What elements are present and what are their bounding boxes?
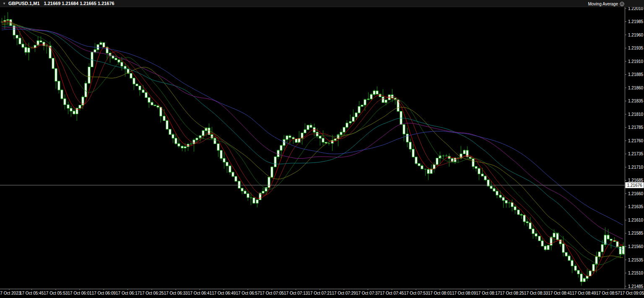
candle <box>88 63 90 84</box>
candle-body <box>151 102 153 105</box>
candle <box>271 167 273 178</box>
candle <box>256 200 258 207</box>
candle-body <box>517 210 519 214</box>
price-axis[interactable]: 1.220101.219851.219601.219351.219101.218… <box>625 6 644 289</box>
chart-area[interactable]: 1.220101.219851.219601.219351.219101.218… <box>0 0 644 298</box>
time-axis-label: 17 Oct 08:25 <box>500 291 525 295</box>
candle-body <box>304 130 306 133</box>
time-axis-label: 17 Oct 08:17 <box>476 291 500 295</box>
candle-body <box>349 121 351 123</box>
time-axis-label: 17 Oct 07:29 <box>332 291 356 295</box>
candle <box>253 198 255 204</box>
candle-body <box>154 105 156 106</box>
candle-body <box>103 43 105 47</box>
ohlc-readout: 1.21669 1.21684 1.21665 1.21676 <box>44 1 114 6</box>
ma-olive-line <box>2 24 623 257</box>
candle <box>133 78 135 90</box>
candle-body <box>52 58 54 69</box>
time-axis-label: 17 Oct 08:57 <box>596 291 621 295</box>
price-axis-label: 1.21935 <box>628 46 644 50</box>
candle-body <box>172 134 174 138</box>
candle <box>298 131 300 143</box>
candle <box>58 81 60 94</box>
candle-body <box>7 20 9 21</box>
candle <box>220 150 222 161</box>
candle <box>181 145 183 151</box>
candle-body <box>337 135 339 139</box>
ma-firebrick-line <box>2 22 623 271</box>
candle-body <box>115 58 117 60</box>
chart-titlebar: ▼ GBPUSD.1,M1 1.21669 1.21684 1.21665 1.… <box>0 0 644 7</box>
candle <box>508 201 510 208</box>
candle <box>274 157 276 167</box>
candle <box>142 85 144 93</box>
bid-price-tag: 1.21676 <box>626 182 644 188</box>
candle-body <box>508 203 510 203</box>
candle-body <box>553 233 555 237</box>
time-axis-label: 17 Oct 08:41 <box>548 291 572 295</box>
time-axis[interactable]: 17 Oct 202317 Oct 05:4517 Oct 05:5317 Oc… <box>0 289 644 295</box>
candle <box>607 229 609 240</box>
candle-body <box>415 157 417 164</box>
candle-body <box>220 150 222 158</box>
candle-body <box>136 84 138 86</box>
candle-body <box>598 252 600 256</box>
candle-body <box>178 144 180 146</box>
candle-body <box>148 98 150 102</box>
candle-body <box>163 116 165 121</box>
candle-body <box>100 43 102 45</box>
candle <box>502 196 504 208</box>
candle-body <box>94 50 96 52</box>
candle-body <box>43 42 45 46</box>
sad-face-icon[interactable] <box>620 2 624 6</box>
candle <box>367 92 369 100</box>
candle-body <box>562 244 564 252</box>
candle <box>622 242 624 255</box>
candle <box>526 219 528 226</box>
candle <box>565 252 567 257</box>
candle <box>439 152 441 164</box>
candle-body <box>586 276 588 279</box>
price-axis-label: 1.21785 <box>628 125 644 130</box>
candle <box>226 162 228 173</box>
candle-body <box>514 207 516 210</box>
candle <box>187 143 189 151</box>
candle <box>346 120 348 129</box>
candle <box>286 135 288 143</box>
candle <box>376 86 378 94</box>
time-axis-label: 17 Oct 06:09 <box>92 291 116 295</box>
candle-body <box>547 245 549 250</box>
candle-body <box>361 105 363 106</box>
time-axis-label: 17 Oct 06:41 <box>188 291 212 295</box>
candle-body <box>364 99 366 105</box>
time-axis-label: 17 Oct 2023 <box>0 291 21 295</box>
time-axis-label: 17 Oct 06:25 <box>140 291 164 295</box>
candle-body <box>412 149 414 157</box>
candle <box>94 43 96 53</box>
candle-body <box>589 271 591 276</box>
candle-body <box>175 138 177 144</box>
price-axis-label: 1.21535 <box>628 258 644 262</box>
candle <box>109 52 111 63</box>
candle-body <box>319 136 321 138</box>
candle <box>148 97 150 108</box>
price-axis-label: 1.21810 <box>628 112 644 117</box>
time-axis-label: 17 Oct 08:09 <box>452 291 476 295</box>
candle <box>541 238 543 246</box>
candle-body <box>445 156 447 156</box>
candle-body <box>511 203 513 207</box>
price-axis-label: 1.21510 <box>628 271 644 275</box>
price-axis-label: 1.21685 <box>628 178 644 183</box>
candle-body <box>256 200 258 203</box>
candle <box>472 159 474 169</box>
candle <box>463 149 465 154</box>
candle-body <box>538 236 540 241</box>
candle-body <box>229 166 231 172</box>
indicator-name-label: Moving Average <box>588 2 618 6</box>
one-click-trading-toggle-icon[interactable]: ▼ <box>3 2 6 5</box>
candle <box>535 231 537 239</box>
candle <box>154 105 156 106</box>
candle-body <box>58 81 60 90</box>
candle <box>406 128 408 147</box>
time-axis-label: 17 Oct 07:53 <box>404 291 428 295</box>
